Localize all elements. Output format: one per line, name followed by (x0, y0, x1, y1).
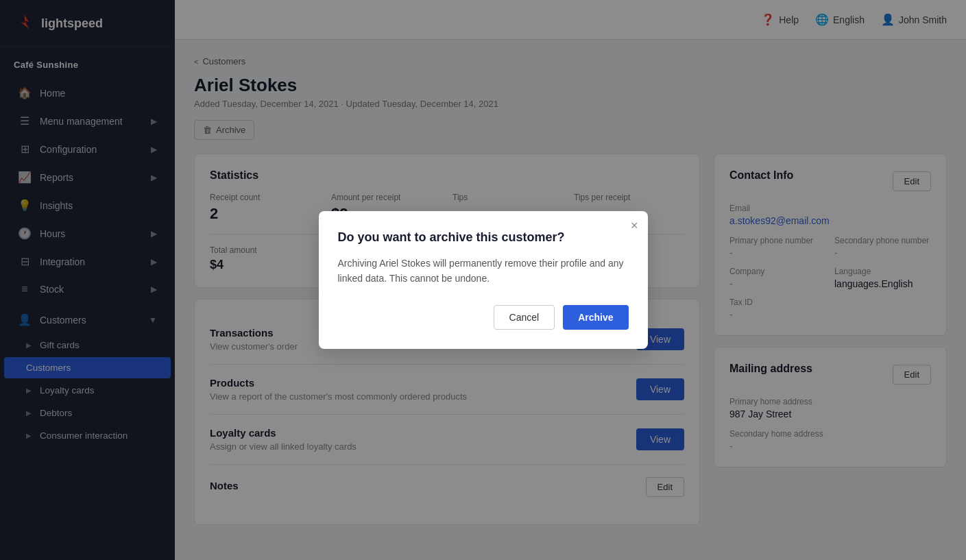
modal-close-button[interactable]: × (631, 219, 638, 232)
modal-title: Do you want to archive this customer? (338, 230, 629, 245)
modal-body: Archiving Ariel Stokes will permanently … (338, 256, 629, 287)
archive-modal: × Do you want to archive this customer? … (319, 211, 648, 350)
modal-overlay[interactable]: × Do you want to archive this customer? … (0, 0, 966, 560)
modal-archive-button[interactable]: Archive (563, 305, 628, 330)
modal-footer: Cancel Archive (338, 305, 629, 330)
modal-cancel-button[interactable]: Cancel (494, 305, 555, 330)
